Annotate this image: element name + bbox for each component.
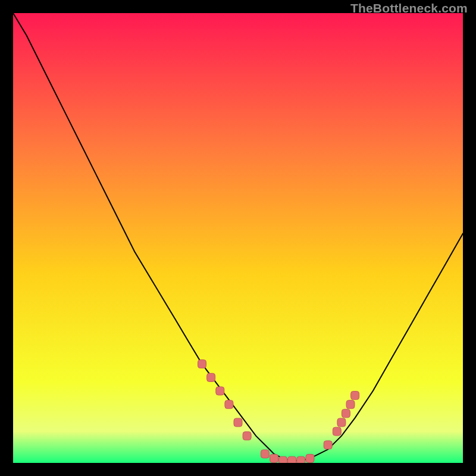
watermark-text: TheBottleneck.com [350, 1, 468, 15]
curve-marker [324, 441, 332, 449]
curve-marker [270, 454, 278, 462]
curve-marker [297, 456, 305, 463]
curve-marker [346, 400, 355, 409]
curve-marker [333, 427, 341, 436]
curve-marker [279, 456, 287, 463]
curve-marker [216, 387, 224, 395]
curve-marker [337, 418, 346, 427]
curve-marker [207, 373, 215, 381]
curve-marker [342, 409, 350, 418]
bottleneck-plot [13, 13, 463, 463]
curve-marker [306, 454, 314, 462]
curve-marker [261, 450, 269, 458]
curve-marker [234, 418, 242, 427]
chart-frame: TheBottleneck.com [0, 0, 476, 476]
curve-marker [351, 392, 359, 400]
curve-marker [225, 400, 233, 409]
curve-marker [288, 456, 296, 463]
gradient-background [13, 13, 463, 463]
curve-marker [243, 432, 251, 440]
curve-marker [198, 360, 206, 368]
